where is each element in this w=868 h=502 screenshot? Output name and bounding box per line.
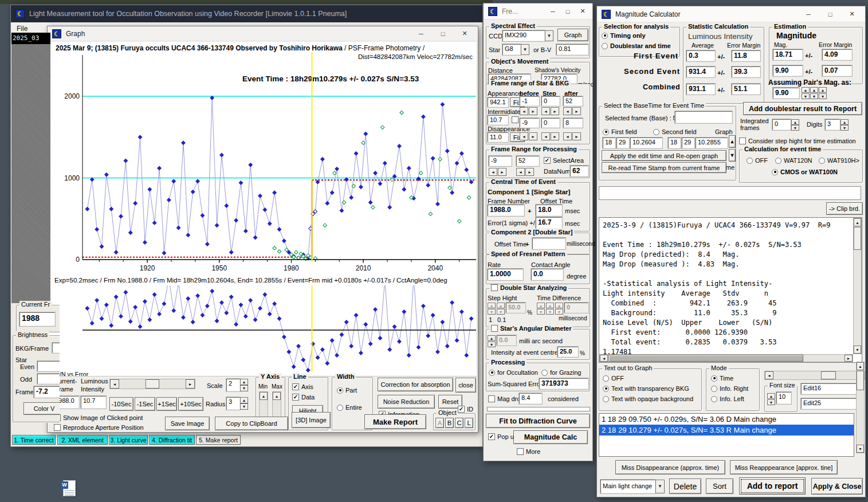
angular-up-icon[interactable]: ▲: [488, 335, 496, 341]
disp-after-field[interactable]: 8: [563, 118, 583, 128]
transparency-bkg-radio[interactable]: Text with transparency BKG: [603, 385, 689, 392]
popup-check-icon[interactable]: [488, 433, 495, 440]
intermidiate-field[interactable]: 10.7: [488, 115, 508, 125]
sh-up1-icon[interactable]: ▲: [488, 303, 496, 308]
after-left-icon[interactable]: ◄: [563, 107, 572, 115]
word-document-icon[interactable]: W: [61, 480, 78, 500]
radio-icon[interactable]: [653, 129, 659, 135]
list-item-selected[interactable]: 2 18 29 10.279 +/- 0.027s, S/N= 3.53 R M…: [599, 425, 854, 436]
time1-mm-field[interactable]: 29: [616, 138, 629, 148]
edit16-field[interactable]: Edit16: [801, 383, 859, 394]
disp-before-field[interactable]: -9: [520, 118, 539, 128]
sse-field[interactable]: 3719373: [539, 378, 588, 389]
more-check-icon[interactable]: [517, 448, 524, 455]
consider-step-checkbox[interactable]: Consider step hight for time estimation: [739, 138, 856, 144]
scroll-right-icon[interactable]: ►: [186, 379, 195, 389]
assume-up3-icon[interactable]: ▲: [819, 87, 827, 93]
fresnel-titlebar[interactable]: ☾ Fre... ─ □ ✕: [484, 3, 592, 19]
mag-first-error-field[interactable]: 4.09: [822, 49, 852, 60]
rate-field[interactable]: 1.0000: [488, 269, 523, 280]
font-size-field[interactable]: 10: [776, 392, 791, 404]
time-up-icon[interactable]: ▲: [729, 135, 736, 148]
proc-from-field[interactable]: -9: [489, 156, 512, 166]
font-up-icon[interactable]: ▲: [767, 393, 775, 399]
time1-hh-field[interactable]: 18: [603, 138, 615, 148]
combined-error-field[interactable]: 51.1: [732, 84, 760, 95]
luminous-intensity-field[interactable]: 10.7: [81, 396, 106, 409]
scale-field[interactable]: 2: [226, 379, 240, 391]
event-result-listbox[interactable]: 1 18 29 09.750 +/- 0.029s, S/N= 3.06 D M…: [599, 413, 854, 457]
spectral-graph-button[interactable]: Graph: [557, 29, 588, 41]
double-star-analyzing-checkbox[interactable]: [491, 284, 498, 291]
before-right-icon[interactable]: ►: [529, 107, 537, 115]
id-checkbox[interactable]: ID: [458, 406, 473, 413]
scroll-up-icon[interactable]: ▲: [854, 218, 861, 226]
sh-up2-icon[interactable]: ▲: [497, 303, 505, 308]
sort-button[interactable]: Sort: [706, 479, 733, 494]
axis-checkbox[interactable]: Axis: [292, 383, 313, 390]
window-vscrollbar[interactable]: ▲ ▼: [856, 362, 865, 453]
residual-chart[interactable]: [53, 285, 477, 376]
plus-10sec-button[interactable]: +10Sec: [178, 397, 203, 411]
radio-icon[interactable]: [541, 370, 548, 376]
info-right-radio[interactable]: Info. Right: [711, 385, 748, 392]
delete-button[interactable]: Delete: [669, 479, 701, 494]
disp-step-left-icon[interactable]: ◄: [541, 132, 550, 140]
contact-angle-field[interactable]: 0.0: [531, 269, 563, 280]
maximize-icon[interactable]: □: [822, 11, 839, 18]
radio-icon[interactable]: [603, 129, 609, 135]
report-textarea[interactable]: 2025-3-9 / (13815)Furuya / UCAC4 366-133…: [599, 217, 862, 363]
reread-timestamp-button[interactable]: Re-read Time Stamp from current frame: [602, 162, 726, 173]
cmos-wat100n-radio[interactable]: CMOS or WAT100N: [772, 168, 838, 175]
close-icon[interactable]: ✕: [456, 30, 473, 37]
combined-average-field[interactable]: 931.1: [686, 84, 715, 95]
mag-second-error-field[interactable]: 0.07: [822, 65, 852, 76]
scroll-left-icon[interactable]: ◄: [110, 379, 119, 389]
graph-pos-hscrollbar[interactable]: ◄ ►: [764, 371, 865, 380]
second-field-radio[interactable]: Second field: [653, 128, 697, 135]
proc-from-left-icon[interactable]: ◄: [489, 168, 497, 176]
second-event-average-field[interactable]: 931.4: [686, 66, 715, 77]
assume-down2-icon[interactable]: ▼: [810, 93, 818, 99]
star-dropdown-icon[interactable]: ▼: [521, 44, 529, 55]
time1-ss-field[interactable]: 10.2604: [630, 138, 662, 148]
first-field-radio[interactable]: First field: [603, 128, 637, 135]
proc-from-right-icon[interactable]: ►: [498, 168, 506, 176]
ymin-up-icon[interactable]: ▲: [260, 392, 268, 400]
wat910h-radio[interactable]: WAT910H>: [819, 157, 859, 164]
disp-right-icon[interactable]: ►: [529, 132, 537, 140]
radio-icon[interactable]: [602, 33, 608, 39]
td-down1-icon[interactable]: ▼: [537, 309, 545, 315]
frame-scrollbar[interactable]: ◄ ►: [109, 379, 195, 389]
time-difference-field[interactable]: 0: [564, 303, 588, 313]
tab-xml-element[interactable]: 2. XML element: [57, 435, 108, 445]
3d-image-button[interactable]: [3D] Image: [292, 412, 331, 428]
make-report-button[interactable]: Make Report: [364, 414, 426, 429]
disp-left-icon[interactable]: ◄: [520, 132, 528, 140]
selectarea-checkbox[interactable]: SelectArea: [544, 157, 584, 164]
radio-icon[interactable]: [711, 386, 717, 392]
copy-clipboard-button[interactable]: Copy to ClipBoard: [215, 417, 288, 430]
timing-only-radio[interactable]: Timing only: [602, 32, 646, 39]
graph-titlebar[interactable]: ☾ Graph ─ □ ✕: [48, 26, 478, 41]
add-to-report-button[interactable]: Add to report: [739, 477, 806, 495]
radius-field[interactable]: 3: [226, 397, 240, 410]
clip-board-button[interactable]: -> Clip brd.: [826, 202, 863, 215]
object-a-button[interactable]: A: [435, 418, 444, 428]
error-sigma-field[interactable]: 16.7: [536, 217, 562, 229]
light-change-combobox[interactable]: Main light change: [600, 480, 655, 493]
mode-time-radio[interactable]: Time: [711, 375, 733, 382]
radio-icon[interactable]: [711, 375, 717, 382]
bkg-frame-field[interactable]: [52, 343, 60, 353]
radio-icon[interactable]: [337, 387, 343, 394]
object-c-button[interactable]: C: [455, 418, 464, 428]
td-up2-icon[interactable]: ▲: [546, 303, 554, 308]
first-event-average-field[interactable]: 0.3: [686, 50, 715, 61]
radio-icon[interactable]: [603, 386, 609, 392]
digits-field[interactable]: 3: [825, 119, 840, 130]
tab-light-curve[interactable]: 3. Light curve: [109, 435, 148, 445]
scroll-left-icon[interactable]: ◄: [765, 371, 773, 379]
digits-down-icon[interactable]: ▼: [840, 125, 849, 131]
magnitude-calc-button[interactable]: Magnitude Calc: [513, 430, 588, 444]
td-up1-icon[interactable]: ▲: [537, 303, 545, 308]
